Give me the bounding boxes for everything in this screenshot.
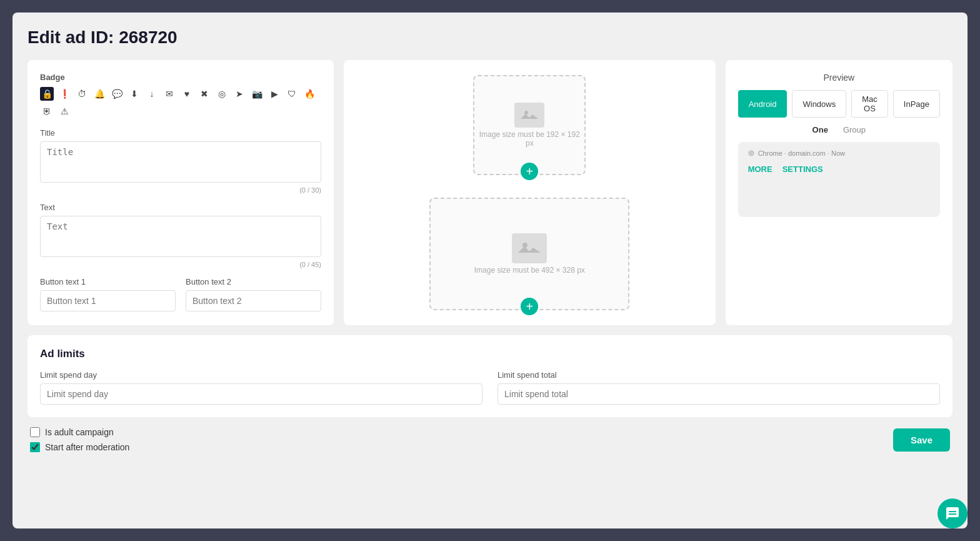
add-image-button-large[interactable]: + — [521, 298, 538, 315]
image-upload-large[interactable]: Image size must be 492 × 328 px + — [429, 198, 629, 310]
title-label: Title — [40, 128, 321, 138]
badge-icon-7[interactable]: ✉ — [162, 87, 176, 101]
image-placeholder-icon-large — [512, 233, 547, 263]
preview-header: Preview — [738, 73, 940, 83]
button-text-row: Button text 1 Button text 2 — [40, 277, 321, 311]
spend-total-input[interactable] — [498, 383, 940, 405]
badge-icon-3[interactable]: 🔔 — [92, 87, 106, 101]
badge-icon-16[interactable]: ⛨ — [40, 104, 54, 118]
title-field-group: Title (0 / 30) — [40, 128, 321, 194]
image-size-label-large: Image size must be 492 × 328 px — [474, 266, 585, 275]
adult-campaign-checkbox[interactable] — [30, 427, 40, 437]
badge-icon-13[interactable]: ▶ — [268, 87, 281, 101]
tab-macos[interactable]: Mac OS — [851, 90, 888, 118]
badge-icon-14[interactable]: 🛡 — [285, 87, 299, 101]
button2-input[interactable] — [186, 290, 321, 311]
text-char-count: (0 / 45) — [40, 261, 321, 268]
notif-action-more[interactable]: MORE — [748, 164, 772, 174]
start-moderation-checkbox[interactable] — [30, 442, 40, 452]
button1-input[interactable] — [40, 290, 176, 311]
badge-icon-2[interactable]: ⏱ — [75, 87, 89, 101]
add-image-button-small[interactable]: + — [521, 163, 538, 180]
start-moderation-row[interactable]: Start after moderation — [30, 442, 129, 452]
badge-icon-1[interactable]: ❗ — [58, 87, 71, 101]
page-wrapper: Edit ad ID: 268720 Badge 🔒 ❗ ⏱ 🔔 💬 ⬇ ↓ ✉… — [12, 13, 968, 528]
footer-row: Is adult campaign Start after moderation… — [28, 427, 952, 452]
button1-label: Button text 1 — [40, 277, 176, 286]
badge-icon-4[interactable]: 💬 — [110, 87, 124, 101]
image-size-label-small: Image size must be 192 × 192 px — [474, 130, 584, 148]
image-upload-small[interactable]: Image size must be 192 × 192 px + — [473, 75, 586, 175]
badge-label: Badge — [40, 73, 321, 82]
spend-total-label: Limit spend total — [498, 370, 940, 380]
tab-windows[interactable]: Windows — [792, 90, 846, 118]
chrome-dot — [748, 150, 754, 156]
svg-rect-0 — [521, 108, 538, 123]
right-card: Preview Android Windows Mac OS InPage On… — [726, 60, 952, 325]
spend-total-field: Limit spend total — [498, 370, 940, 405]
top-row: Badge 🔒 ❗ ⏱ 🔔 💬 ⬇ ↓ ✉ ♥ ✖ ◎ ➤ 📷 ▶ 🛡 🔥 ⛨ … — [28, 60, 952, 325]
badge-icon-0[interactable]: 🔒 — [40, 87, 54, 101]
preview-notification: Chrome · domain.com · Now MORE SETTINGS — [738, 142, 940, 217]
preview-tabs: Android Windows Mac OS InPage — [738, 90, 940, 118]
adult-campaign-row[interactable]: Is adult campaign — [30, 427, 129, 437]
image-placeholder-icon-small — [514, 103, 544, 128]
button1-field: Button text 1 — [40, 277, 176, 311]
svg-point-3 — [522, 243, 528, 248]
badge-icon-17[interactable]: ⚠ — [58, 104, 71, 118]
subtab-one[interactable]: One — [812, 125, 828, 134]
ad-limits-card: Ad limits Limit spend day Limit spend to… — [28, 335, 952, 417]
page-title: Edit ad ID: 268720 — [28, 28, 952, 48]
title-input[interactable] — [40, 141, 321, 183]
badge-icon-8[interactable]: ♥ — [180, 87, 194, 101]
text-field-group: Text (0 / 45) — [40, 203, 321, 268]
text-input[interactable] — [40, 216, 321, 257]
spend-day-label: Limit spend day — [40, 370, 482, 380]
badge-icons: 🔒 ❗ ⏱ 🔔 💬 ⬇ ↓ ✉ ♥ ✖ ◎ ➤ 📷 ▶ 🛡 🔥 ⛨ ⚠ — [40, 87, 321, 118]
spend-day-input[interactable] — [40, 383, 482, 405]
ad-limits-title: Ad limits — [40, 348, 940, 360]
badge-icon-10[interactable]: ◎ — [215, 87, 229, 101]
limits-row: Limit spend day Limit spend total — [40, 370, 940, 405]
badge-icon-9[interactable]: ✖ — [198, 87, 211, 101]
svg-point-1 — [524, 111, 528, 114]
button2-label: Button text 2 — [186, 277, 321, 286]
chat-button[interactable] — [938, 498, 968, 528]
checkboxes: Is adult campaign Start after moderation — [30, 427, 129, 452]
title-char-count: (0 / 30) — [40, 186, 321, 194]
badge-icon-6[interactable]: ↓ — [145, 87, 159, 101]
adult-campaign-label: Is adult campaign — [45, 427, 114, 437]
tab-android[interactable]: Android — [738, 90, 788, 118]
notif-source: Chrome · domain.com · Now — [758, 149, 845, 157]
badge-icon-15[interactable]: 🔥 — [302, 87, 316, 101]
tab-inpage[interactable]: InPage — [893, 90, 940, 118]
spend-day-field: Limit spend day — [40, 370, 482, 405]
text-label: Text — [40, 203, 321, 212]
subtab-group[interactable]: Group — [843, 125, 866, 134]
notif-action-settings[interactable]: SETTINGS — [782, 164, 823, 174]
start-moderation-label: Start after moderation — [45, 442, 129, 452]
left-card: Badge 🔒 ❗ ⏱ 🔔 💬 ⬇ ↓ ✉ ♥ ✖ ◎ ➤ 📷 ▶ 🛡 🔥 ⛨ … — [28, 60, 334, 325]
preview-sub-tabs: One Group — [738, 125, 940, 134]
button2-field: Button text 2 — [186, 277, 321, 311]
badge-icon-5[interactable]: ⬇ — [128, 87, 141, 101]
badge-icon-12[interactable]: 📷 — [250, 87, 264, 101]
middle-card: Image size must be 192 × 192 px + Image … — [344, 60, 716, 325]
notif-actions: MORE SETTINGS — [748, 164, 930, 174]
badge-icon-11[interactable]: ➤ — [232, 87, 246, 101]
save-button[interactable]: Save — [893, 428, 950, 452]
svg-rect-2 — [518, 239, 541, 258]
notif-header: Chrome · domain.com · Now — [748, 149, 930, 157]
